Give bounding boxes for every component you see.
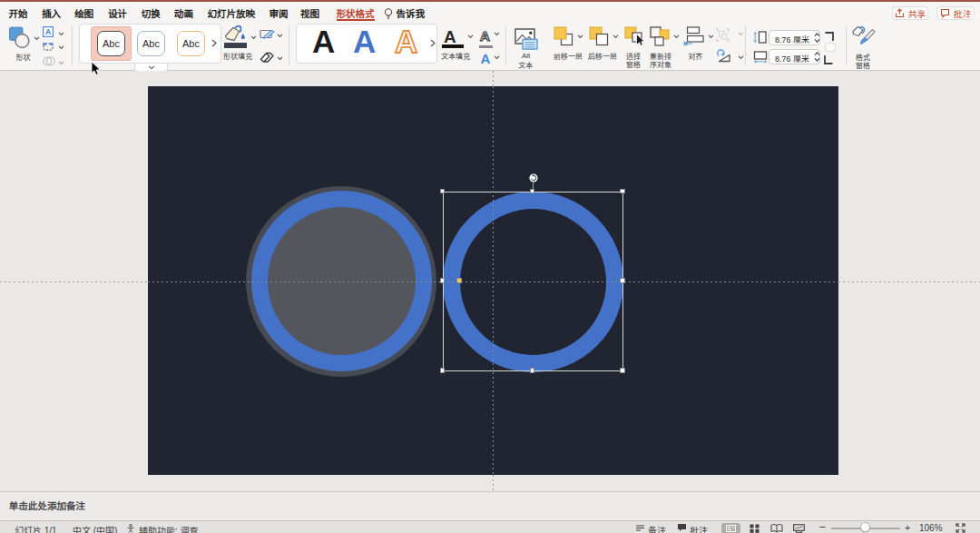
svg-text:A: A [45, 28, 51, 37]
